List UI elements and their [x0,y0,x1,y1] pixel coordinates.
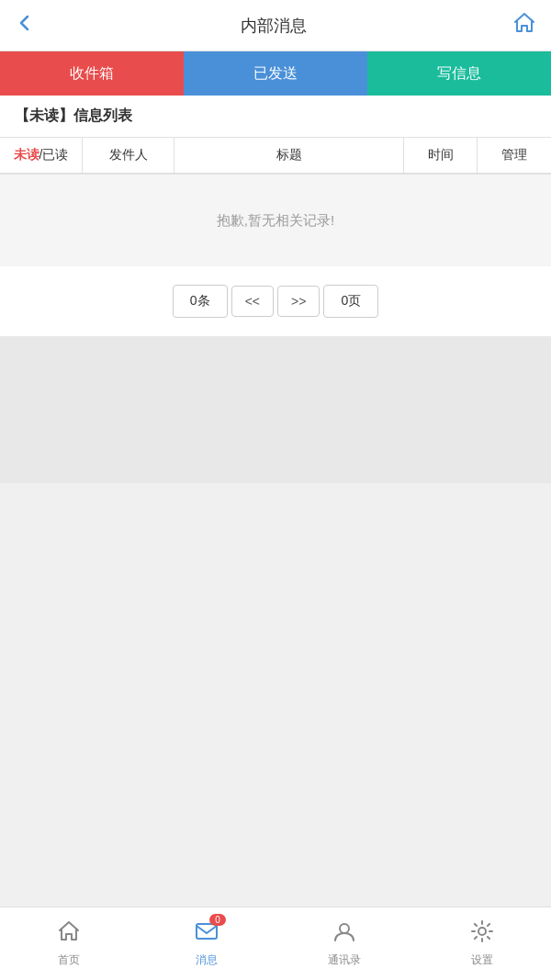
contacts-nav-icon [332,919,356,949]
nav-item-contacts[interactable]: 通讯录 [276,919,413,968]
tab-compose[interactable]: 写信息 [367,51,551,96]
nav-item-home[interactable]: 首页 [0,919,138,968]
svg-point-2 [478,928,486,935]
settings-nav-icon [470,919,494,949]
count-display: 0条 [173,285,228,318]
tabs: 收件箱 已发送 写信息 [0,51,551,96]
list-header: 【未读】信息列表 [0,96,551,138]
home-button[interactable] [512,11,536,40]
nav-item-settings[interactable]: 设置 [413,919,551,968]
svg-point-1 [340,924,349,933]
header: 内部消息 [0,0,551,51]
col-title-header[interactable]: 标题 [174,138,404,173]
home-nav-icon [57,919,81,949]
svg-rect-0 [197,924,217,939]
page-title: 内部消息 [241,15,307,37]
empty-state: 抱歉,暂无相关记录! [0,175,551,266]
pagination: 0条 << >> 0页 [0,266,551,336]
tab-inbox[interactable]: 收件箱 [0,51,184,96]
gray-spacer [0,336,551,483]
settings-nav-label: 设置 [471,952,493,968]
message-nav-icon: 0 [195,919,219,949]
empty-message: 抱歉,暂无相关记录! [217,212,334,230]
message-nav-label: 消息 [196,952,218,968]
home-nav-label: 首页 [58,952,80,968]
col-sender-header[interactable]: 发件人 [83,138,174,173]
col-time-header[interactable]: 时间 [404,138,478,173]
prev-button[interactable]: << [231,286,274,317]
nav-item-message[interactable]: 0 消息 [138,919,276,968]
back-button[interactable] [15,13,35,39]
message-badge: 0 [209,914,226,926]
next-button[interactable]: >> [277,286,320,317]
bottom-nav: 首页 0 消息 通讯录 设置 [0,907,551,980]
tab-sent[interactable]: 已发送 [184,51,367,96]
col-status-header[interactable]: 未读 /已读 [0,138,83,173]
col-manage-header[interactable]: 管理 [478,138,551,173]
content-area: 【未读】信息列表 未读 /已读 发件人 标题 时间 管理 抱歉,暂无相关记录! … [0,96,551,336]
table-header: 未读 /已读 发件人 标题 时间 管理 [0,138,551,175]
contacts-nav-label: 通讯录 [328,952,361,968]
page-display: 0页 [323,285,378,318]
